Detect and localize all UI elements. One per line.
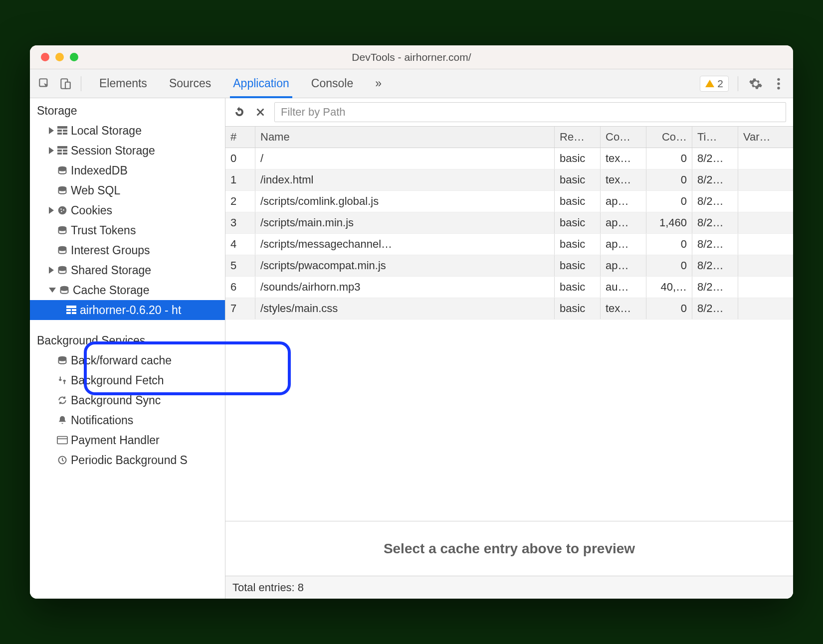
- sidebar-item[interactable]: Trust Tokens: [30, 220, 225, 240]
- col-vary[interactable]: Var…: [738, 127, 793, 148]
- footer-status: Total entries: 8: [225, 576, 793, 599]
- chevron-right-icon: [49, 127, 54, 134]
- kebab-icon[interactable]: [770, 75, 787, 92]
- window-title: DevTools - airhorner.com/: [30, 51, 793, 63]
- sidebar-item[interactable]: Back/forward cache: [30, 350, 225, 370]
- tab-console[interactable]: Console: [300, 69, 364, 98]
- tab-sources[interactable]: Sources: [158, 69, 222, 98]
- refresh-icon[interactable]: [232, 105, 246, 119]
- svg-rect-9: [57, 133, 62, 135]
- db-icon: [57, 165, 68, 176]
- table-row[interactable]: 5/scripts/pwacompat.min.jsbasicap…08/2…: [225, 255, 793, 277]
- col-index[interactable]: #: [225, 127, 255, 148]
- sidebar: Storage Local StorageSession StorageInde…: [30, 98, 225, 599]
- inspect-icon[interactable]: [36, 75, 53, 92]
- table-row[interactable]: 2/scripts/comlink.global.jsbasicap…08/2…: [225, 191, 793, 212]
- main-pane: # Name Re… Co… Co… Ti… Var… 0/basictex…0…: [225, 98, 793, 599]
- tab-application[interactable]: Application: [222, 69, 300, 98]
- svg-point-3: [777, 78, 780, 80]
- col-time[interactable]: Ti…: [692, 127, 738, 148]
- clear-icon[interactable]: [253, 105, 267, 119]
- window-controls: [41, 53, 78, 61]
- svg-point-18: [58, 206, 67, 215]
- db-icon: [57, 225, 68, 236]
- content: Storage Local StorageSession StorageInde…: [30, 98, 793, 599]
- sidebar-item[interactable]: Session Storage: [30, 141, 225, 161]
- sync-icon: [57, 395, 68, 406]
- close-icon[interactable]: [41, 53, 49, 61]
- sidebar-item[interactable]: Background Fetch: [30, 370, 225, 390]
- sidebar-item-label: Periodic Background S: [71, 454, 188, 467]
- cookie-icon: [57, 205, 68, 216]
- table-icon: [57, 145, 68, 156]
- sidebar-item-label: Interest Groups: [71, 244, 150, 257]
- sidebar-item[interactable]: Cache Storage: [30, 280, 225, 300]
- table-row[interactable]: 0/basictex…08/2…: [225, 148, 793, 169]
- svg-rect-8: [63, 130, 67, 132]
- svg-rect-6: [57, 126, 67, 129]
- storage-heading: Storage: [30, 101, 225, 121]
- sidebar-item[interactable]: Interest Groups: [30, 240, 225, 260]
- clock-icon: [57, 455, 68, 466]
- svg-rect-28: [72, 309, 76, 311]
- chevron-right-icon: [49, 267, 54, 274]
- sidebar-item-label: Local Storage: [71, 124, 142, 138]
- svg-rect-11: [57, 146, 67, 149]
- sidebar-item[interactable]: Shared Storage: [30, 260, 225, 280]
- table-row[interactable]: 3/scripts/main.min.jsbasicap…1,4608/2…: [225, 212, 793, 234]
- tab-elements[interactable]: Elements: [88, 69, 158, 98]
- col-response[interactable]: Re…: [555, 127, 601, 148]
- sidebar-item-label: Web SQL: [71, 184, 120, 197]
- warning-count: 2: [717, 78, 723, 90]
- col-name[interactable]: Name: [255, 127, 555, 148]
- svg-point-19: [60, 208, 62, 210]
- filter-input[interactable]: [274, 102, 786, 122]
- device-toggle-icon[interactable]: [57, 75, 74, 92]
- svg-point-21: [61, 211, 62, 212]
- svg-rect-14: [57, 153, 62, 155]
- sidebar-item[interactable]: Payment Handler: [30, 430, 225, 450]
- table-row[interactable]: 4/scripts/messagechannel…basicap…08/2…: [225, 234, 793, 255]
- minimize-icon[interactable]: [55, 53, 64, 61]
- panel-tabs: Elements Sources Application Console »: [88, 69, 393, 98]
- db-icon: [59, 285, 70, 296]
- sidebar-item-label: Back/forward cache: [71, 354, 172, 367]
- main-toolbar: Elements Sources Application Console » 2: [30, 69, 793, 98]
- svg-rect-2: [65, 82, 70, 88]
- sidebar-item[interactable]: IndexedDB: [30, 161, 225, 180]
- sidebar-item-label: Background Fetch: [71, 374, 164, 387]
- gear-icon[interactable]: [747, 75, 764, 92]
- table-row[interactable]: 7/styles/main.cssbasictex…08/2…: [225, 298, 793, 320]
- sidebar-item-label: Shared Storage: [71, 264, 151, 277]
- sidebar-item-label: IndexedDB: [71, 164, 128, 177]
- tab-overflow[interactable]: »: [364, 69, 393, 98]
- svg-rect-15: [63, 153, 67, 155]
- sidebar-item[interactable]: Notifications: [30, 410, 225, 430]
- sidebar-item[interactable]: Cookies: [30, 200, 225, 220]
- col-content-type[interactable]: Co…: [601, 127, 646, 148]
- svg-point-20: [63, 209, 64, 211]
- db-icon: [57, 265, 68, 276]
- table-row[interactable]: 1/index.htmlbasictex…08/2…: [225, 169, 793, 191]
- sidebar-item-label: Trust Tokens: [71, 224, 136, 237]
- warnings-badge[interactable]: 2: [700, 76, 729, 92]
- cache-entry-label: airhorner-0.6.20 - ht: [80, 304, 181, 317]
- zoom-icon[interactable]: [70, 53, 78, 61]
- col-content-length[interactable]: Co…: [646, 127, 692, 148]
- sidebar-item[interactable]: Local Storage: [30, 121, 225, 141]
- sidebar-item[interactable]: Periodic Background S: [30, 450, 225, 470]
- sidebar-item[interactable]: Web SQL: [30, 180, 225, 200]
- svg-rect-10: [63, 133, 67, 135]
- svg-rect-27: [66, 309, 71, 311]
- table-icon: [66, 305, 77, 316]
- sidebar-item[interactable]: Background Sync: [30, 390, 225, 410]
- cache-toolbar: [225, 98, 793, 127]
- sidebar-item-label: Notifications: [71, 414, 133, 427]
- devtools-window: DevTools - airhorner.com/ Elements Sourc…: [30, 45, 793, 599]
- table-row[interactable]: 6/sounds/airhorn.mp3basicau…40,…8/2…: [225, 277, 793, 298]
- preview-placeholder: Select a cache entry above to preview: [225, 521, 793, 576]
- chevron-right-icon: [49, 207, 54, 214]
- cache-table: # Name Re… Co… Co… Ti… Var… 0/basictex…0…: [225, 127, 793, 521]
- cache-entry-item[interactable]: airhorner-0.6.20 - ht: [30, 300, 225, 320]
- separator: [81, 76, 81, 91]
